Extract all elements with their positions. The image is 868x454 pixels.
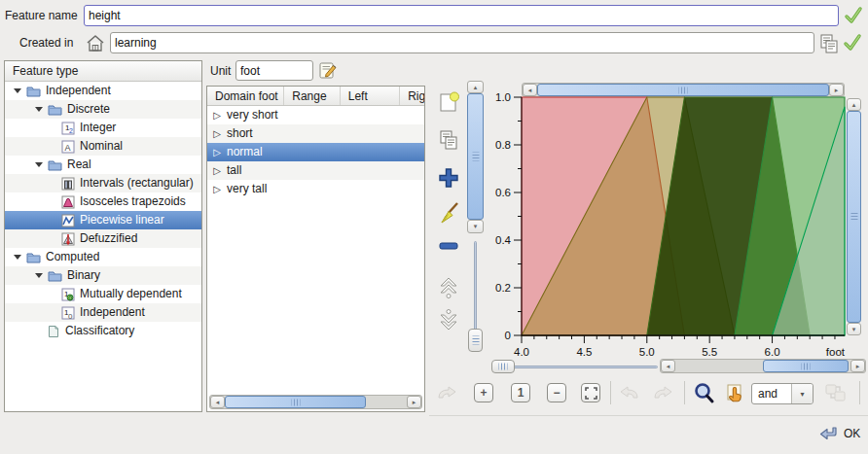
magnifier-icon[interactable] (691, 380, 718, 407)
collapse-arrow-icon[interactable] (30, 162, 48, 167)
column-header-left[interactable]: Left (341, 87, 400, 105)
tree-item-computed[interactable]: Computed (5, 248, 201, 266)
chart-scroll-down-icon[interactable]: ▾ (467, 220, 484, 233)
hand-pointer-icon[interactable] (724, 381, 747, 405)
operator-select[interactable]: and ▾ (751, 383, 814, 404)
scrollbar-thumb[interactable] (763, 360, 849, 372)
chart-right-scrollbar[interactable]: ▴ ▾ (847, 98, 861, 335)
expand-right-icon[interactable]: ▷ (207, 143, 227, 161)
expand-right-icon[interactable]: ▷ (207, 124, 227, 143)
tree-item-binary[interactable]: Binary (5, 266, 201, 285)
collapse-arrow-icon[interactable] (9, 255, 26, 260)
tree-item-real[interactable]: Real (5, 156, 201, 174)
link-features-button[interactable] (822, 381, 850, 405)
zoom-actual-size-button[interactable]: 1 (511, 383, 530, 402)
operator-value: and (752, 384, 791, 403)
scroll-right-icon[interactable]: ▸ (407, 396, 421, 408)
membership-chart-area: ◂ ▸ 4.04.55.05.56.000.20.40.60.81.0foot … (487, 78, 868, 381)
domain-row-normal[interactable]: ▷ normal (207, 143, 424, 161)
new-term-button[interactable] (436, 89, 461, 115)
chevron-down-icon[interactable]: ▾ (791, 384, 813, 403)
ok-label: OK (844, 427, 860, 440)
svg-text:0.4: 0.4 (495, 234, 512, 246)
expand-right-icon[interactable]: ▷ (207, 161, 227, 180)
copy-term-button[interactable] (436, 127, 461, 153)
vertical-zoom-slider-handle[interactable] (468, 329, 483, 352)
tree-item-nominal[interactable]: A Nominal (5, 137, 201, 156)
created-in-valid-check-icon (843, 33, 862, 54)
scroll-left-icon[interactable]: ◂ (661, 360, 675, 372)
svg-text:5.0: 5.0 (639, 346, 655, 358)
tree-item-independent[interactable]: Independent (5, 82, 201, 100)
undo-button[interactable] (617, 383, 642, 404)
scroll-left-icon[interactable]: ◂ (210, 396, 225, 408)
tree-item-intervals-rectangular[interactable]: Intervals (rectangular) (5, 174, 201, 192)
scroll-right-icon[interactable]: ▸ (850, 360, 865, 372)
tree-item-discrete[interactable]: Discrete (5, 100, 201, 119)
vertical-zoom-slider-track[interactable] (474, 241, 477, 331)
scroll-up-icon[interactable]: ▴ (847, 98, 861, 111)
zoom-fit-button[interactable] (581, 383, 600, 402)
ok-enter-arrow-icon (818, 424, 840, 443)
created-in-input[interactable] (110, 32, 814, 53)
horizontal-zoom-slider-handle[interactable] (491, 360, 515, 373)
remove-button[interactable] (436, 236, 461, 256)
defuzzified-icon (61, 232, 75, 246)
tree-item-defuzzified[interactable]: Defuzzified (5, 229, 201, 248)
move-up-icon[interactable] (436, 272, 461, 301)
add-button[interactable] (436, 165, 461, 191)
edit-unit-pencil-icon[interactable] (317, 59, 339, 82)
collapse-arrow-icon[interactable] (30, 107, 48, 112)
expand-right-icon[interactable]: ▷ (207, 106, 227, 124)
zoom-in-button[interactable]: + (474, 383, 493, 402)
folder-icon (48, 103, 62, 116)
scrollbar-thumb[interactable] (225, 396, 366, 408)
tree-item-piecewise-linear[interactable]: Piecewise linear (5, 211, 201, 229)
chart-vertical-scrollbar-thumb[interactable] (467, 93, 484, 220)
folder-icon (26, 251, 41, 263)
domain-row-very-short[interactable]: ▷ very short (207, 106, 424, 124)
collapse-arrow-icon[interactable] (9, 88, 26, 93)
domain-row-short[interactable]: ▷ short (207, 124, 424, 143)
svg-text:foot: foot (826, 346, 846, 358)
domain-row-very-tall[interactable]: ▷ very tall (207, 180, 424, 198)
membership-function-plot[interactable]: 4.04.55.05.56.000.20.40.60.81.0foot (487, 78, 868, 362)
feature-name-valid-check-icon (844, 6, 863, 27)
scroll-down-icon[interactable]: ▾ (847, 323, 861, 335)
table-horizontal-scrollbar[interactable]: ◂ ▸ (209, 395, 422, 409)
feature-name-label: Feature name (5, 9, 78, 22)
flip-button[interactable] (434, 383, 459, 404)
svg-text:1.0: 1.0 (495, 91, 511, 103)
domain-table-panel: Domain foot Range Left Rig ▷ very short … (206, 86, 425, 412)
tree-item-isosceles-trapezoids[interactable]: Isosceles trapezoids (5, 192, 201, 211)
feature-name-input[interactable] (84, 5, 839, 26)
home-button[interactable] (83, 31, 108, 54)
folder-icon (48, 269, 62, 282)
ok-button[interactable]: OK (818, 424, 860, 443)
redo-button[interactable] (650, 383, 675, 404)
domain-row-tall[interactable]: ▷ tall (207, 161, 424, 180)
duplicate-button[interactable] (817, 31, 841, 56)
collapse-arrow-icon[interactable] (30, 273, 48, 278)
tree-item-classificatory[interactable]: Classificatory (5, 322, 201, 340)
chart-bottom-scrollbar[interactable]: ◂ ▸ (660, 359, 866, 373)
move-down-icon[interactable] (436, 306, 461, 335)
column-header-domain[interactable]: Domain foot (207, 87, 284, 105)
paint-brush-icon[interactable] (436, 199, 463, 228)
feature-type-panel-title: Feature type (5, 61, 201, 82)
chart-scroll-up-icon[interactable]: ▴ (467, 81, 484, 93)
column-header-right[interactable]: Rig (400, 87, 424, 105)
mutually-dependent-icon: 10 (61, 288, 75, 301)
tree-item-independent-binary[interactable]: 10 Independent (5, 303, 201, 322)
scrollbar-thumb[interactable] (847, 111, 861, 323)
piecewise-linear-icon (61, 214, 75, 227)
horizontal-zoom-slider-track[interactable] (492, 366, 658, 368)
zoom-out-button[interactable]: − (547, 383, 566, 402)
tree-item-integer[interactable]: 12 Integer (5, 119, 201, 137)
tree-item-mutually-dependent[interactable]: 10 Mutually dependent (5, 285, 201, 303)
column-header-range[interactable]: Range (284, 87, 340, 105)
unit-input[interactable] (235, 60, 313, 81)
expand-right-icon[interactable]: ▷ (207, 180, 227, 198)
domain-table-header: Domain foot Range Left Rig (207, 87, 424, 106)
nominal-icon: A (61, 140, 75, 154)
